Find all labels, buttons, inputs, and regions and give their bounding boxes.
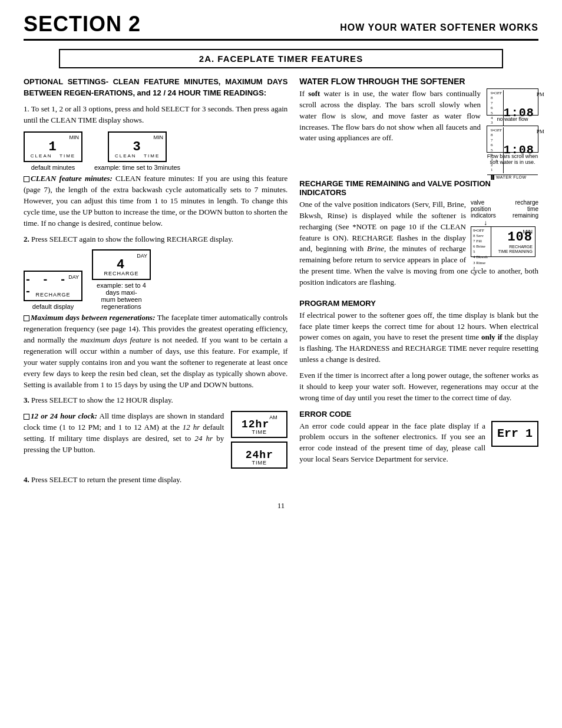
rdisp-example: DAY 4 RECHARGE — [92, 249, 151, 280]
wf-flow-item: 9•OFF 8 7 6 5 4 3 2 1 — [487, 126, 538, 165]
rdisp-day-1: DAY — [68, 274, 79, 280]
step-3-para: 3. Press SELECT to show the 12 HOUR disp… — [24, 395, 287, 406]
wf-seg-2: 1:08 — [504, 143, 534, 157]
wf-pm-1: PM — [537, 91, 544, 97]
recharge-content: valvepositionindicators rechargetimerema… — [299, 199, 538, 293]
time-section: 12hr AM TIME 24hr TIME 12 or 24 hour clo… — [24, 411, 287, 475]
display-default-seg: 1 — [48, 140, 57, 154]
page-header: SECTION 2 HOW YOUR WATER SOFTENER WORKS — [24, 12, 538, 41]
wf-seg-1: 1:08 — [504, 106, 534, 120]
display-example-wrap: MIN 3 CLEAN TIME example: time set to 3m… — [94, 131, 180, 171]
error-code-content: Err 1 An error code could appear in the … — [299, 421, 538, 470]
section-subtitle-bar: 2A. FACEPLATE TIMER FEATURES — [59, 49, 503, 68]
program-memory-title: PROGRAM MEMORY — [299, 299, 538, 308]
step-1-para: 1. To set 1, 2 or all 3 options, press a… — [24, 104, 287, 126]
time-label-24: TIME — [252, 460, 267, 466]
program-memory-section: PROGRAM MEMORY If electrical power to th… — [299, 299, 538, 404]
program-para-1: If electrical power to the softener goes… — [299, 310, 538, 365]
wf-flow-box: 9•OFF 8 7 6 5 4 3 2 1 — [487, 126, 538, 153]
wf-no-flow-item: 9•OFF 8 7 6 5 4 3 2 1 — [487, 88, 538, 122]
display-default-wrap: MIN 1 CLEAN TIME default minutes — [24, 131, 82, 171]
wf-off-col-2: 9•OFF 8 7 6 5 4 3 2 1 — [490, 127, 504, 173]
program-para-2: Even if the timer is incorrect after a l… — [299, 370, 538, 404]
section-label: SECTION 2 — [24, 12, 141, 37]
error-box-wrap: Err 1 — [491, 421, 538, 447]
time-label-12: TIME — [252, 429, 267, 435]
time-ampm-12: AM — [269, 414, 277, 420]
left-column: OPTIONAL SETTINGS- CLEAN FEATURE MINUTES… — [24, 77, 287, 490]
recharge-display-row: DAY - - - - RECHARGE default display DAY… — [24, 249, 287, 310]
rdisp-example-label: RECHARGE — [104, 271, 138, 276]
clock-square-icon — [24, 414, 29, 420]
max-days-square-icon — [24, 315, 29, 321]
clean-display-row: MIN 1 CLEAN TIME default minutes MIN 3 C… — [24, 131, 287, 171]
section-subtitle: 2A. FACEPLATE TIMER FEATURES — [199, 54, 363, 64]
clean-feature-para: CLEAN feature minutes: CLEAN feature min… — [24, 173, 287, 229]
waterflow-content: 9•OFF 8 7 6 5 4 3 2 1 — [299, 88, 538, 173]
time-displays: 12hr AM TIME 24hr TIME — [231, 411, 287, 472]
wf-bottom-2: ▐▌WATER FLOW — [487, 174, 538, 179]
right-column: WATER FLOW THROUGH THE SOFTENER 9•OFF 8 — [299, 77, 538, 490]
rdisp-example-seg: 4 — [117, 258, 126, 272]
display-default-caption: default minutes — [31, 164, 75, 171]
min-label-2: MIN — [154, 134, 164, 140]
rech-left-col: 9•OFF 8 Serv 7 Fill 6 Brine 5 4 Bkwsh 3 … — [471, 227, 491, 256]
wf-box-top-2: 9•OFF 8 7 6 5 4 3 2 1 — [487, 126, 538, 174]
wf-pm-2: PM — [537, 129, 544, 134]
rdisp-example-wrap: DAY 4 RECHARGE example: set to 4 days ma… — [92, 249, 151, 310]
step-2-para: 2. Press SELECT again to show the follow… — [24, 234, 287, 245]
display-example-seg: 3 — [133, 140, 141, 154]
step-4-para: 4. Press SELECT to return the present ti… — [24, 475, 287, 486]
time-seg-24: 24hr — [246, 449, 273, 461]
time-box-24hr: 24hr TIME — [231, 442, 287, 469]
time-seg-12: 12hr — [242, 419, 269, 430]
time-box-12hr: 12hr AM TIME — [231, 411, 287, 438]
display-default: MIN 1 CLEAN TIME — [24, 131, 82, 162]
wf-no-flow-box: 9•OFF 8 7 6 5 4 3 2 1 — [487, 88, 538, 116]
recharge-indicators: valvepositionindicators rechargetimerema… — [471, 199, 538, 257]
display-example: MIN 3 CLEAN TIME — [108, 131, 167, 162]
rdisp-day-2: DAY — [137, 253, 147, 259]
error-display: Err 1 — [491, 421, 538, 447]
recharge-section: RECHARGE TIME REMAINING and VALVE POSITI… — [299, 179, 538, 293]
error-code-section: ERROR CODE Err 1 An error code could app… — [299, 410, 538, 470]
page-number: 11 — [24, 501, 538, 510]
display-default-label: CLEAN TIME — [31, 153, 75, 159]
display-example-caption: example: time set to 3minutes — [94, 164, 180, 171]
rdisp-default-label: RECHARGE — [35, 292, 70, 298]
wf-display-group: 9•OFF 8 7 6 5 4 3 2 1 — [487, 88, 538, 169]
recharge-box: 9•OFF 8 Serv 7 Fill 6 Brine 5 4 Bkwsh 3 … — [471, 226, 535, 257]
rdisp-default-wrap: DAY - - - - RECHARGE default display — [24, 271, 82, 310]
rech-header: valvepositionindicators rechargetimerema… — [471, 199, 538, 219]
rech-min-label: MIN — [523, 229, 533, 235]
clean-square-icon — [24, 176, 29, 182]
rdisp-example-caption: example: set to 4 days maxi-mum between … — [92, 282, 151, 310]
error-code-title: ERROR CODE — [299, 410, 538, 419]
header-title: HOW YOUR WATER SOFTENER WORKS — [340, 22, 538, 37]
rdisp-default-caption: default display — [32, 303, 74, 310]
display-example-label: CLEAN TIME — [115, 153, 160, 159]
min-label-1: MIN — [70, 134, 80, 140]
waterflow-title: WATER FLOW THROUGH THE SOFTENER — [299, 77, 538, 86]
waterflow-section: WATER FLOW THROUGH THE SOFTENER 9•OFF 8 — [299, 77, 538, 173]
rdisp-default: DAY - - - - RECHARGE — [24, 271, 82, 301]
optional-heading: OPTIONAL SETTINGS- CLEAN FEATURE MINUTES… — [24, 77, 287, 99]
recharge-title: RECHARGE TIME REMAINING and VALVE POSITI… — [299, 179, 538, 197]
arrow-down-indicator: ↓ — [484, 219, 538, 226]
rech-bottom-label: RECHARGETIME REMAINING — [498, 245, 533, 253]
max-days-para: Maximum days between regenerations: The … — [24, 312, 287, 390]
